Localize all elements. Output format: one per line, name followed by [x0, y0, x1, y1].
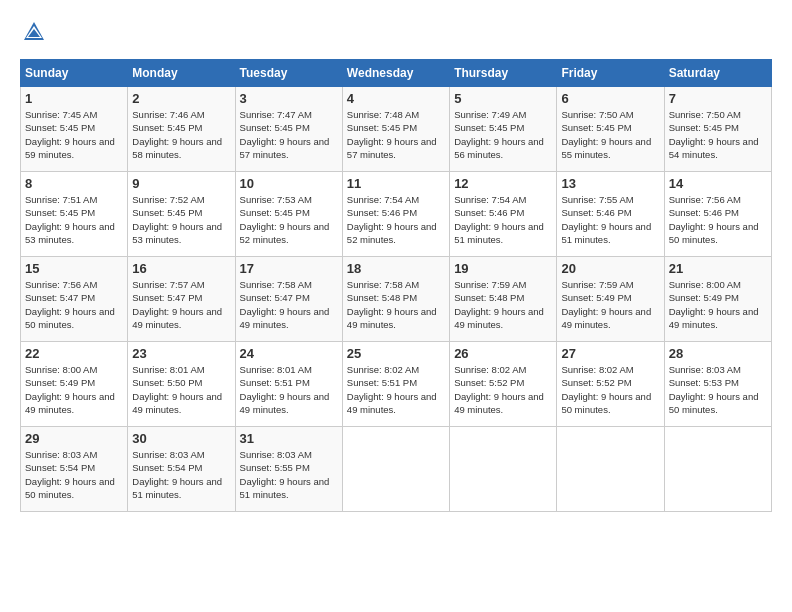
- day-info: Sunrise: 7:58 AMSunset: 5:48 PMDaylight:…: [347, 278, 445, 331]
- day-info: Sunrise: 7:56 AMSunset: 5:46 PMDaylight:…: [669, 193, 767, 246]
- day-number: 11: [347, 176, 445, 191]
- day-info: Sunrise: 7:46 AMSunset: 5:45 PMDaylight:…: [132, 108, 230, 161]
- calendar-cell: 19Sunrise: 7:59 AMSunset: 5:48 PMDayligh…: [450, 257, 557, 342]
- day-info: Sunrise: 8:02 AMSunset: 5:52 PMDaylight:…: [561, 363, 659, 416]
- day-number: 17: [240, 261, 338, 276]
- calendar-cell: 16Sunrise: 7:57 AMSunset: 5:47 PMDayligh…: [128, 257, 235, 342]
- day-header-friday: Friday: [557, 60, 664, 87]
- calendar-cell: 21Sunrise: 8:00 AMSunset: 5:49 PMDayligh…: [664, 257, 771, 342]
- calendar-cell: [342, 427, 449, 512]
- calendar-week-2: 8Sunrise: 7:51 AMSunset: 5:45 PMDaylight…: [21, 172, 772, 257]
- calendar-cell: 27Sunrise: 8:02 AMSunset: 5:52 PMDayligh…: [557, 342, 664, 427]
- day-info: Sunrise: 8:03 AMSunset: 5:54 PMDaylight:…: [132, 448, 230, 501]
- day-number: 16: [132, 261, 230, 276]
- day-info: Sunrise: 7:59 AMSunset: 5:48 PMDaylight:…: [454, 278, 552, 331]
- day-header-saturday: Saturday: [664, 60, 771, 87]
- day-number: 26: [454, 346, 552, 361]
- calendar-cell: 5Sunrise: 7:49 AMSunset: 5:45 PMDaylight…: [450, 87, 557, 172]
- day-info: Sunrise: 7:47 AMSunset: 5:45 PMDaylight:…: [240, 108, 338, 161]
- day-info: Sunrise: 7:54 AMSunset: 5:46 PMDaylight:…: [347, 193, 445, 246]
- day-info: Sunrise: 7:56 AMSunset: 5:47 PMDaylight:…: [25, 278, 123, 331]
- calendar-cell: 17Sunrise: 7:58 AMSunset: 5:47 PMDayligh…: [235, 257, 342, 342]
- day-number: 9: [132, 176, 230, 191]
- day-info: Sunrise: 7:54 AMSunset: 5:46 PMDaylight:…: [454, 193, 552, 246]
- calendar-cell: 7Sunrise: 7:50 AMSunset: 5:45 PMDaylight…: [664, 87, 771, 172]
- calendar-cell: [450, 427, 557, 512]
- day-number: 7: [669, 91, 767, 106]
- calendar-cell: 23Sunrise: 8:01 AMSunset: 5:50 PMDayligh…: [128, 342, 235, 427]
- day-info: Sunrise: 8:00 AMSunset: 5:49 PMDaylight:…: [669, 278, 767, 331]
- day-number: 10: [240, 176, 338, 191]
- calendar-cell: 13Sunrise: 7:55 AMSunset: 5:46 PMDayligh…: [557, 172, 664, 257]
- day-number: 12: [454, 176, 552, 191]
- day-number: 5: [454, 91, 552, 106]
- calendar-cell: 11Sunrise: 7:54 AMSunset: 5:46 PMDayligh…: [342, 172, 449, 257]
- calendar-cell: 22Sunrise: 8:00 AMSunset: 5:49 PMDayligh…: [21, 342, 128, 427]
- day-info: Sunrise: 7:51 AMSunset: 5:45 PMDaylight:…: [25, 193, 123, 246]
- calendar-week-3: 15Sunrise: 7:56 AMSunset: 5:47 PMDayligh…: [21, 257, 772, 342]
- day-number: 15: [25, 261, 123, 276]
- calendar-cell: 18Sunrise: 7:58 AMSunset: 5:48 PMDayligh…: [342, 257, 449, 342]
- day-number: 6: [561, 91, 659, 106]
- day-info: Sunrise: 8:03 AMSunset: 5:55 PMDaylight:…: [240, 448, 338, 501]
- day-number: 29: [25, 431, 123, 446]
- calendar-week-5: 29Sunrise: 8:03 AMSunset: 5:54 PMDayligh…: [21, 427, 772, 512]
- day-number: 31: [240, 431, 338, 446]
- calendar-week-4: 22Sunrise: 8:00 AMSunset: 5:49 PMDayligh…: [21, 342, 772, 427]
- calendar-cell: 25Sunrise: 8:02 AMSunset: 5:51 PMDayligh…: [342, 342, 449, 427]
- day-number: 20: [561, 261, 659, 276]
- day-info: Sunrise: 7:49 AMSunset: 5:45 PMDaylight:…: [454, 108, 552, 161]
- day-info: Sunrise: 8:02 AMSunset: 5:52 PMDaylight:…: [454, 363, 552, 416]
- logo: [20, 20, 46, 49]
- calendar-cell: 14Sunrise: 7:56 AMSunset: 5:46 PMDayligh…: [664, 172, 771, 257]
- day-number: 14: [669, 176, 767, 191]
- calendar-cell: 4Sunrise: 7:48 AMSunset: 5:45 PMDaylight…: [342, 87, 449, 172]
- day-number: 3: [240, 91, 338, 106]
- calendar-cell: 26Sunrise: 8:02 AMSunset: 5:52 PMDayligh…: [450, 342, 557, 427]
- day-number: 19: [454, 261, 552, 276]
- day-header-tuesday: Tuesday: [235, 60, 342, 87]
- day-header-wednesday: Wednesday: [342, 60, 449, 87]
- calendar-cell: 9Sunrise: 7:52 AMSunset: 5:45 PMDaylight…: [128, 172, 235, 257]
- day-info: Sunrise: 7:45 AMSunset: 5:45 PMDaylight:…: [25, 108, 123, 161]
- calendar-cell: [664, 427, 771, 512]
- day-info: Sunrise: 7:52 AMSunset: 5:45 PMDaylight:…: [132, 193, 230, 246]
- day-info: Sunrise: 7:55 AMSunset: 5:46 PMDaylight:…: [561, 193, 659, 246]
- day-info: Sunrise: 7:50 AMSunset: 5:45 PMDaylight:…: [669, 108, 767, 161]
- days-header-row: SundayMondayTuesdayWednesdayThursdayFrid…: [21, 60, 772, 87]
- calendar-cell: 31Sunrise: 8:03 AMSunset: 5:55 PMDayligh…: [235, 427, 342, 512]
- day-header-monday: Monday: [128, 60, 235, 87]
- page-header: [20, 20, 772, 49]
- calendar-cell: 1Sunrise: 7:45 AMSunset: 5:45 PMDaylight…: [21, 87, 128, 172]
- calendar-cell: 29Sunrise: 8:03 AMSunset: 5:54 PMDayligh…: [21, 427, 128, 512]
- calendar-cell: 3Sunrise: 7:47 AMSunset: 5:45 PMDaylight…: [235, 87, 342, 172]
- calendar-cell: 12Sunrise: 7:54 AMSunset: 5:46 PMDayligh…: [450, 172, 557, 257]
- logo-icon: [22, 20, 46, 44]
- calendar-cell: 8Sunrise: 7:51 AMSunset: 5:45 PMDaylight…: [21, 172, 128, 257]
- calendar-cell: 24Sunrise: 8:01 AMSunset: 5:51 PMDayligh…: [235, 342, 342, 427]
- day-info: Sunrise: 8:03 AMSunset: 5:53 PMDaylight:…: [669, 363, 767, 416]
- calendar-week-1: 1Sunrise: 7:45 AMSunset: 5:45 PMDaylight…: [21, 87, 772, 172]
- calendar-table: SundayMondayTuesdayWednesdayThursdayFrid…: [20, 59, 772, 512]
- day-info: Sunrise: 8:02 AMSunset: 5:51 PMDaylight:…: [347, 363, 445, 416]
- day-info: Sunrise: 8:00 AMSunset: 5:49 PMDaylight:…: [25, 363, 123, 416]
- calendar-cell: 6Sunrise: 7:50 AMSunset: 5:45 PMDaylight…: [557, 87, 664, 172]
- day-info: Sunrise: 7:53 AMSunset: 5:45 PMDaylight:…: [240, 193, 338, 246]
- calendar-cell: 10Sunrise: 7:53 AMSunset: 5:45 PMDayligh…: [235, 172, 342, 257]
- day-number: 24: [240, 346, 338, 361]
- day-info: Sunrise: 8:01 AMSunset: 5:51 PMDaylight:…: [240, 363, 338, 416]
- day-number: 27: [561, 346, 659, 361]
- day-info: Sunrise: 7:57 AMSunset: 5:47 PMDaylight:…: [132, 278, 230, 331]
- day-header-thursday: Thursday: [450, 60, 557, 87]
- day-info: Sunrise: 7:59 AMSunset: 5:49 PMDaylight:…: [561, 278, 659, 331]
- calendar-cell: 20Sunrise: 7:59 AMSunset: 5:49 PMDayligh…: [557, 257, 664, 342]
- day-info: Sunrise: 8:03 AMSunset: 5:54 PMDaylight:…: [25, 448, 123, 501]
- day-number: 4: [347, 91, 445, 106]
- day-header-sunday: Sunday: [21, 60, 128, 87]
- calendar-cell: 15Sunrise: 7:56 AMSunset: 5:47 PMDayligh…: [21, 257, 128, 342]
- day-number: 21: [669, 261, 767, 276]
- day-number: 1: [25, 91, 123, 106]
- day-info: Sunrise: 7:58 AMSunset: 5:47 PMDaylight:…: [240, 278, 338, 331]
- calendar-cell: 2Sunrise: 7:46 AMSunset: 5:45 PMDaylight…: [128, 87, 235, 172]
- day-info: Sunrise: 8:01 AMSunset: 5:50 PMDaylight:…: [132, 363, 230, 416]
